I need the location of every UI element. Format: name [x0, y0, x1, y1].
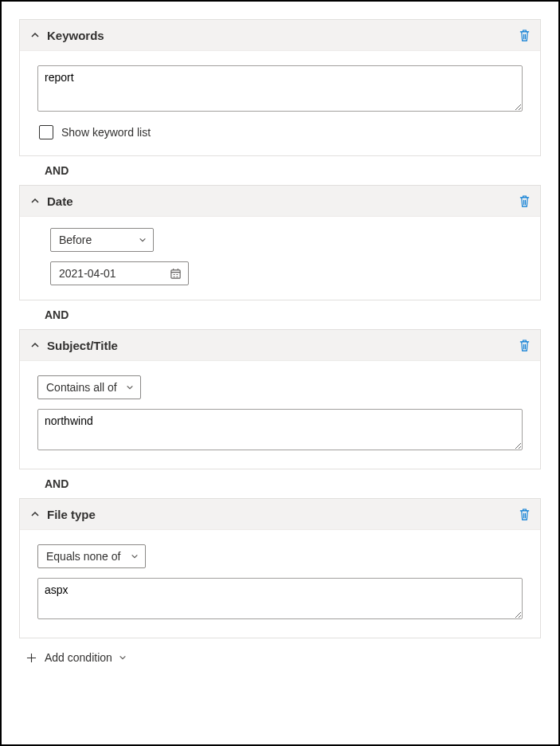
- date-operator-value: Before: [59, 234, 92, 246]
- subject-header: Subject/Title: [20, 330, 540, 361]
- chevron-down-icon: [119, 654, 127, 662]
- chevron-down-icon: [126, 383, 134, 391]
- show-keyword-list-label[interactable]: Show keyword list: [61, 126, 151, 139]
- subject-operator-dropdown[interactable]: Contains all of: [37, 375, 141, 399]
- filetype-condition-card: File type Equals none of: [19, 498, 541, 638]
- subject-input[interactable]: [37, 409, 523, 450]
- operator-and: AND: [19, 300, 541, 329]
- chevron-up-icon[interactable]: [29, 29, 41, 41]
- operator-and: AND: [19, 156, 541, 185]
- trash-icon[interactable]: [518, 194, 531, 208]
- chevron-down-icon: [139, 236, 147, 244]
- operator-and: AND: [19, 469, 541, 498]
- keywords-input[interactable]: [37, 65, 523, 112]
- date-value: 2021-04-01: [59, 267, 116, 280]
- keywords-condition-card: Keywords Show keyword list: [19, 19, 541, 156]
- subject-condition-card: Subject/Title Contains all of: [19, 329, 541, 469]
- chevron-down-icon: [131, 552, 139, 560]
- chevron-up-icon[interactable]: [29, 195, 41, 206]
- show-keyword-list-row: Show keyword list: [39, 125, 523, 139]
- trash-icon[interactable]: [518, 338, 531, 352]
- svg-rect-0: [171, 269, 180, 277]
- add-condition-label: Add condition: [45, 651, 112, 664]
- filetype-input[interactable]: [37, 578, 523, 619]
- calendar-icon: [170, 268, 182, 280]
- date-title: Date: [47, 194, 518, 208]
- chevron-up-icon[interactable]: [29, 508, 41, 520]
- subject-body: Contains all of: [20, 361, 540, 469]
- subject-title: Subject/Title: [47, 339, 518, 352]
- trash-icon[interactable]: [518, 507, 531, 521]
- filetype-operator-dropdown[interactable]: Equals none of: [37, 544, 146, 568]
- filetype-body: Equals none of: [20, 530, 540, 638]
- date-condition-card: Date Before 2021-04-01: [19, 185, 541, 300]
- show-keyword-list-checkbox[interactable]: [39, 125, 53, 139]
- subject-operator-value: Contains all of: [46, 381, 117, 394]
- keywords-header: Keywords: [20, 20, 540, 51]
- plus-icon: [25, 652, 37, 663]
- filetype-operator-value: Equals none of: [46, 550, 120, 563]
- date-input[interactable]: 2021-04-01: [50, 261, 189, 285]
- date-body: Before 2021-04-01: [20, 217, 540, 300]
- date-operator-dropdown[interactable]: Before: [50, 228, 154, 252]
- add-condition-button[interactable]: Add condition: [19, 638, 541, 664]
- trash-icon[interactable]: [518, 28, 531, 42]
- filetype-title: File type: [47, 508, 518, 521]
- filetype-header: File type: [20, 499, 540, 530]
- date-header: Date: [20, 186, 540, 217]
- keywords-title: Keywords: [47, 29, 518, 42]
- chevron-up-icon[interactable]: [29, 340, 41, 351]
- keywords-body: Show keyword list: [20, 51, 540, 155]
